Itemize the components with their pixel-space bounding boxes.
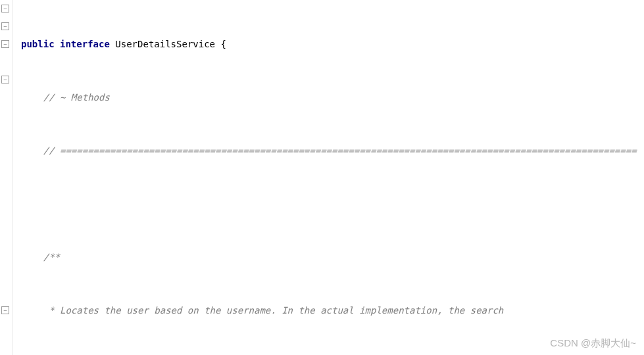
- code-area[interactable]: public interface UserDetailsService { //…: [13, 0, 644, 355]
- gutter: − − − − −: [0, 0, 13, 355]
- fold-marker-icon[interactable]: −: [1, 76, 9, 83]
- fold-marker-icon[interactable]: −: [1, 22, 9, 30]
- code-line: /**: [16, 248, 644, 266]
- code-line: // ~ Methods: [16, 89, 644, 106]
- code-editor[interactable]: − − − − − public interface UserDetailsSe…: [0, 0, 644, 355]
- keyword-public: public: [21, 39, 55, 49]
- keyword-interface: interface: [60, 39, 110, 49]
- fold-marker-icon[interactable]: −: [1, 5, 9, 12]
- fold-marker-icon[interactable]: −: [1, 306, 9, 314]
- code-line: * Locates the user based on the username…: [16, 302, 644, 320]
- fold-marker-icon[interactable]: −: [1, 40, 9, 48]
- code-line: public interface UserDetailsService {: [16, 36, 644, 53]
- class-name: UserDetailsService: [115, 39, 215, 49]
- code-line: // =====================================…: [16, 142, 644, 160]
- code-line: [16, 195, 644, 213]
